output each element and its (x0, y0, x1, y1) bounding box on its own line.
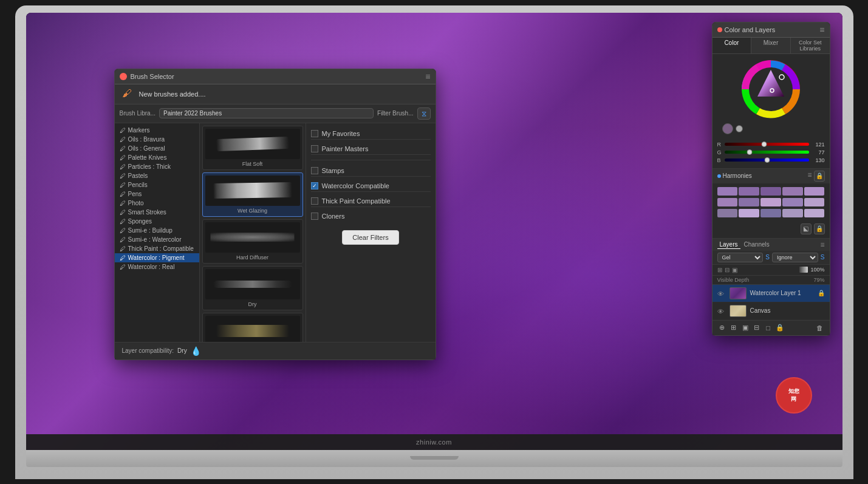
harmony-swatch[interactable] (739, 198, 759, 206)
tab-color-set-libraries[interactable]: Color Set Libraries (791, 38, 830, 53)
thick-paint-compatible-checkbox[interactable] (311, 197, 318, 205)
filter-icon: ⧖ (422, 109, 426, 118)
color-wheel[interactable] (740, 59, 801, 120)
layer-delete-btn[interactable]: 🗑 (815, 323, 825, 333)
harmony-swatch[interactable] (804, 198, 825, 206)
list-item[interactable]: 🖊 Oils : General (115, 144, 199, 153)
stamps-checkbox[interactable] (311, 167, 318, 174)
particles-icon: 🖊 (120, 163, 126, 170)
tab-layers[interactable]: Layers (717, 240, 740, 249)
harmony-swatch[interactable] (782, 187, 803, 196)
g-slider[interactable] (725, 151, 809, 154)
harmonies-menu-btn[interactable]: ≡ (807, 171, 812, 182)
color-wheel-area (713, 54, 830, 139)
tab-channels[interactable]: Channels (742, 240, 772, 249)
r-value: 121 (812, 141, 825, 148)
brush-preview-hard-diffuser[interactable]: Hard Diffuser (202, 219, 303, 264)
harmony-swatch[interactable] (717, 198, 738, 206)
harmony-swatch[interactable] (739, 187, 759, 196)
list-item[interactable]: 🖊 Photo (115, 199, 199, 208)
watercolor-compatible-checkbox[interactable] (311, 182, 318, 189)
blend-s-btn[interactable]: S (765, 254, 770, 261)
eye-icon[interactable]: 👁 (717, 308, 726, 314)
panel-close-dot[interactable] (717, 27, 722, 32)
list-item[interactable]: 🖊 Sponges (115, 217, 199, 226)
layer-mode-dropdown[interactable]: Ignore (772, 253, 818, 262)
thick-paint-compatible-label: Thick Paint Compatible (322, 197, 391, 205)
harmony-swatch[interactable] (739, 209, 759, 217)
wet-glazing-stroke (213, 182, 292, 199)
layers-toolbar: ⊕ ⊞ ▣ ⊟ □ 🔒 🗑 (713, 320, 830, 335)
harmony-swatch[interactable] (804, 209, 825, 217)
tab-color[interactable]: Color (713, 38, 752, 53)
harm-lock-btn[interactable]: 🔒 (814, 223, 825, 234)
list-item[interactable]: 🖊 Watercolor : Real (115, 262, 199, 271)
list-item[interactable]: 🖊 Oils : Bravura (115, 135, 199, 144)
eye-icon[interactable]: 👁 (717, 290, 726, 296)
r-slider[interactable] (725, 143, 809, 146)
harmony-swatch[interactable] (760, 187, 781, 196)
list-item[interactable]: 🖊 Pastels (115, 171, 199, 180)
pencils-icon: 🖊 (120, 182, 126, 188)
list-item[interactable]: 🖊 Particles : Thick (115, 162, 199, 171)
layer-lock-icon[interactable]: 🔒 (818, 290, 825, 296)
clear-filters-button[interactable]: Clear Filters (342, 230, 398, 245)
layer-tool-group[interactable]: ⊟ (752, 323, 762, 333)
layer-tool-mask[interactable]: ▣ (740, 323, 750, 333)
list-item[interactable]: 🖊 Pencils (115, 180, 199, 189)
brush-library-dropdown[interactable]: Painter 2022 Brushes (159, 108, 374, 118)
list-item[interactable]: 🖊 Palette Knives (115, 153, 199, 162)
mode-s-btn[interactable]: S (821, 254, 825, 261)
filter-button[interactable]: ⧖ (417, 107, 431, 120)
b-slider[interactable] (725, 158, 809, 162)
list-item[interactable]: 🖊 Markers (115, 126, 199, 135)
layer-tool-square[interactable]: □ (764, 323, 773, 333)
list-item[interactable]: 🖊 Thick Paint : Compatible (115, 244, 199, 253)
cloners-checkbox[interactable] (311, 213, 318, 220)
brush-selector-menu[interactable]: ≡ (425, 72, 430, 81)
smart-strokes-icon: 🖊 (120, 209, 126, 216)
brush-filter-panel: My Favorites Painter Masters Stamps (306, 123, 436, 342)
screen-content: Brush Selector ≡ 🖌 New brushes added....… (26, 13, 842, 450)
harm-tool-btn[interactable]: ⬕ (801, 223, 812, 234)
painter-masters-checkbox[interactable] (311, 145, 318, 152)
visible-depth-label: Visible Depth (717, 277, 812, 283)
my-favorites-checkbox[interactable] (311, 130, 318, 137)
layer-tool-copy[interactable]: ⊞ (729, 323, 739, 333)
list-item[interactable]: 🖊 Smart Strokes (115, 208, 199, 217)
r-label: R (717, 141, 722, 148)
cloners-label: Cloners (322, 213, 345, 220)
color-swatch-primary[interactable] (722, 123, 733, 134)
layers-menu-btn[interactable]: ≡ (820, 240, 824, 249)
close-button[interactable] (120, 73, 127, 80)
harmony-swatch[interactable] (760, 209, 781, 217)
layer-item-watercolor[interactable]: 👁 Watercolor Layer 1 🔒 (713, 285, 830, 302)
opacity-slider[interactable] (799, 267, 808, 273)
layer-tool-lock[interactable]: 🔒 (775, 323, 785, 333)
list-item-active[interactable]: 🖊 Watercolor : Pigment (115, 253, 199, 262)
brush-preview-flat-soft[interactable]: Flat Soft (202, 126, 303, 170)
harmonies-lock-btn[interactable]: 🔒 (814, 171, 825, 182)
harmony-swatch[interactable] (782, 209, 803, 217)
color-swatch-secondary[interactable] (736, 125, 743, 132)
layer-item-canvas[interactable]: 👁 Canvas (713, 302, 830, 320)
layer-blend-dropdown[interactable]: Gel (717, 253, 764, 262)
harmony-swatch[interactable] (782, 198, 803, 206)
list-item[interactable]: 🖊 Pens (115, 189, 199, 199)
list-item[interactable]: 🖊 Sumi-e : Buildup (115, 226, 199, 235)
list-item[interactable]: 🖊 Sumi-e : Watercolor (115, 235, 199, 244)
tab-mixer[interactable]: Mixer (751, 38, 791, 53)
harmony-swatch[interactable] (717, 187, 738, 196)
harmony-swatch[interactable] (804, 187, 825, 196)
color-layers-menu[interactable]: ≡ (819, 25, 824, 35)
brush-preview-grainy[interactable]: Grainy (202, 313, 303, 342)
harmony-swatch[interactable] (717, 209, 738, 217)
brush-preview-dry[interactable]: Dry (202, 266, 303, 310)
layers-section: Layers Channels ≡ Gel S Ignore S (713, 238, 830, 335)
harmonies-section: Harmonies ≡ 🔒 (713, 168, 830, 238)
filter-row-thick-paint: Thick Paint Compatible (311, 196, 431, 207)
layer-tool-grab[interactable]: ⊕ (717, 323, 727, 333)
brush-preview-wet-glazing[interactable]: Wet Glazing (202, 172, 303, 217)
thick-paint-icon: 🖊 (120, 245, 126, 252)
harmony-swatch[interactable] (760, 198, 781, 206)
